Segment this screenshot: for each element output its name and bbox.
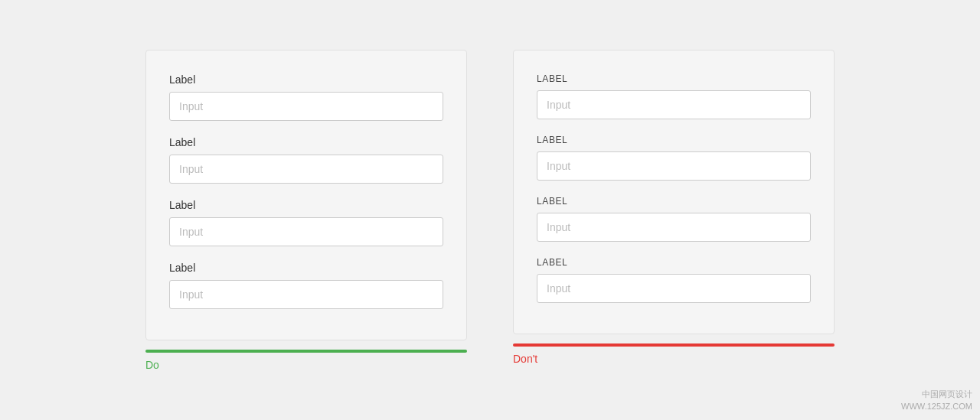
do-field-3: Label xyxy=(169,199,443,246)
dont-input-3[interactable] xyxy=(537,213,811,242)
dont-label-3: LABEL xyxy=(537,196,811,207)
watermark-line2: WWW.125JZ.COM xyxy=(901,401,972,412)
dont-indicator-bar xyxy=(513,343,835,347)
do-indicator-bar xyxy=(145,350,467,353)
do-field-1: Label xyxy=(169,73,443,121)
do-input-4[interactable] xyxy=(169,280,443,309)
dont-field-2: LABEL xyxy=(537,135,811,181)
do-input-1[interactable] xyxy=(169,92,443,121)
dont-field-4: LABEL xyxy=(537,257,811,303)
dont-label-1: LABEL xyxy=(537,73,811,84)
do-input-2[interactable] xyxy=(169,155,443,184)
do-label-2: Label xyxy=(169,136,443,148)
do-form-panel: Label Label Label Label xyxy=(145,50,467,340)
do-field-4: Label xyxy=(169,262,443,309)
do-indicator-label: Do xyxy=(145,359,467,371)
dont-field-3: LABEL xyxy=(537,196,811,242)
dont-indicator-label: Don't xyxy=(513,353,835,365)
do-field-2: Label xyxy=(169,136,443,184)
do-label-4: Label xyxy=(169,262,443,274)
watermark-line1: 中国网页设计 xyxy=(901,389,972,400)
dont-field-1: LABEL xyxy=(537,73,811,119)
do-example-card: Label Label Label Label Do xyxy=(145,50,467,371)
dont-label-4: LABEL xyxy=(537,257,811,268)
dont-input-4[interactable] xyxy=(537,274,811,303)
do-label-1: Label xyxy=(169,73,443,86)
dont-form-panel: LABEL LABEL LABEL LABEL xyxy=(513,50,835,334)
do-label-3: Label xyxy=(169,199,443,211)
dont-example-card: LABEL LABEL LABEL LABEL Don't xyxy=(513,50,835,365)
do-input-3[interactable] xyxy=(169,217,443,246)
page-container: Label Label Label Label Do LABEL xyxy=(115,19,865,402)
dont-input-1[interactable] xyxy=(537,90,811,119)
dont-input-2[interactable] xyxy=(537,151,811,181)
dont-label-2: LABEL xyxy=(537,135,811,145)
watermark: 中国网页设计 WWW.125JZ.COM xyxy=(901,389,972,412)
